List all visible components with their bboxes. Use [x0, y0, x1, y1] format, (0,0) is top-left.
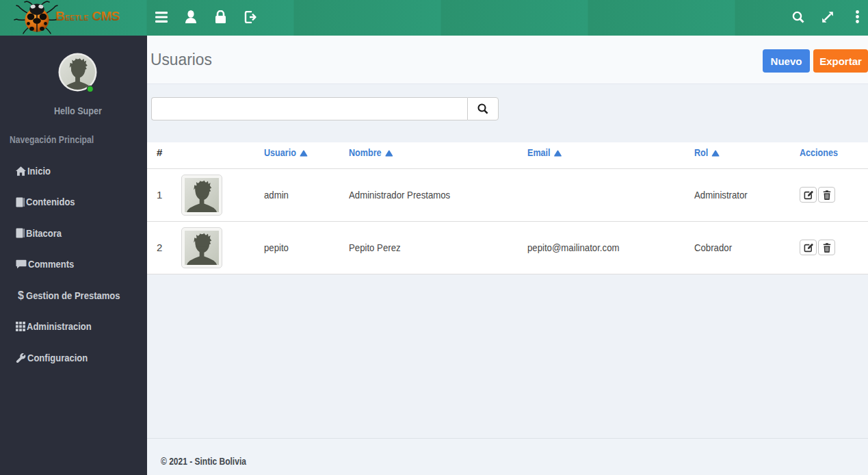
svg-text:BEETLE CMS: BEETLE CMS	[55, 9, 120, 23]
svg-text:$: $	[18, 290, 24, 301]
